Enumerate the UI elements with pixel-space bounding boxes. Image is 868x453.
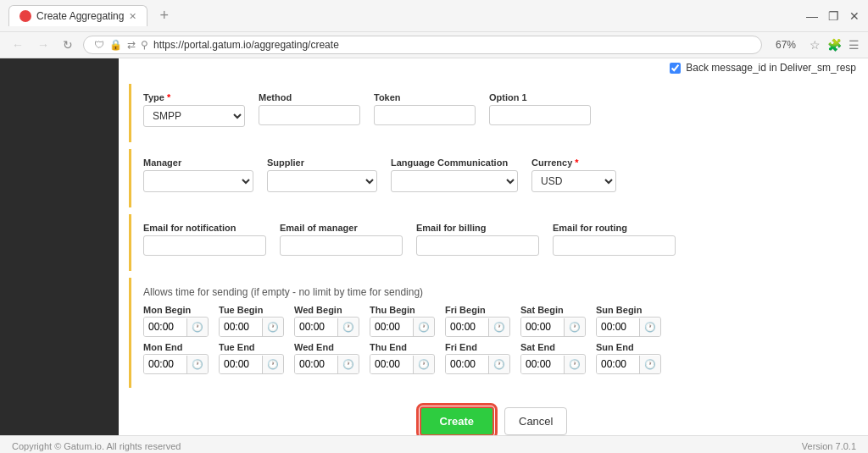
sun-end-input[interactable] [597,355,639,373]
type-select[interactable]: SMPP [143,105,245,127]
tue-begin-input-wrap: 🕐 [219,317,284,337]
thu-end-input-wrap: 🕐 [370,354,435,374]
mon-begin-clock-icon[interactable]: 🕐 [186,318,208,336]
tue-begin-group: Tue Begin 🕐 [219,305,284,337]
wed-begin-clock-icon[interactable]: 🕐 [337,318,359,336]
menu-icon[interactable]: ☰ [849,38,860,52]
sat-begin-input[interactable] [521,318,564,336]
sat-begin-clock-icon[interactable]: 🕐 [564,318,585,336]
tue-end-group: Tue End 🕐 [219,342,284,374]
route-icon: ⇄ [127,39,136,51]
tue-end-clock-icon[interactable]: 🕐 [262,356,283,373]
cancel-button[interactable]: Cancel [504,407,567,435]
supplier-label: Supplier [267,157,377,168]
fri-end-clock-icon[interactable]: 🕐 [488,356,509,373]
fri-begin-group: Fri Begin 🕐 [445,305,510,337]
zoom-level[interactable]: 67% [776,39,796,51]
thu-begin-clock-icon[interactable]: 🕐 [413,318,434,336]
thu-end-label: Thu End [370,342,435,352]
method-input[interactable] [259,105,360,125]
copyright-text: Copyright © Gatum.io. All rights reserve… [12,441,181,451]
sat-end-input-wrap: 🕐 [520,354,586,374]
mon-begin-label: Mon Begin [143,305,209,315]
tue-end-input-wrap: 🕐 [219,354,284,374]
fri-begin-input[interactable] [446,318,488,336]
thu-end-clock-icon[interactable]: 🕐 [413,356,434,373]
mon-end-clock-icon[interactable]: 🕐 [186,356,208,373]
email-notification-label: Email for notification [143,223,266,233]
extensions-icon[interactable]: 🧩 [827,38,842,52]
method-label: Method [259,92,360,102]
address-bar-icons: ☆ 🧩 ☰ [810,38,860,52]
sun-begin-input-wrap: 🕐 [596,317,661,337]
manager-group: Manager [143,157,253,192]
new-tab-button[interactable]: + [154,7,174,25]
wed-begin-input-wrap: 🕐 [294,317,359,337]
close-button[interactable]: ✕ [849,9,860,23]
currency-group: Currency * USD [531,157,616,192]
mon-begin-group: Mon Begin 🕐 [143,305,209,337]
minimize-button[interactable]: — [806,9,818,23]
sat-end-label: Sat End [520,342,586,352]
forward-button[interactable]: → [34,36,53,53]
token-label: Token [374,92,476,102]
sat-end-input[interactable] [521,355,564,373]
email-manager-input[interactable] [280,235,403,256]
back-button[interactable]: ← [8,36,27,53]
reload-button[interactable]: ↻ [59,36,76,53]
tue-end-input[interactable] [220,355,262,373]
manager-section: Manager Supplier Language Communication … [129,149,858,207]
thu-end-group: Thu End 🕐 [370,342,435,374]
back-message-row: Back message_id in Deliver_sm_resp [119,58,868,77]
window-controls: — ❐ ✕ [806,9,860,23]
create-button[interactable]: Create [420,406,494,435]
tab-label: Create Aggregating [36,10,124,22]
thu-end-input[interactable] [370,355,413,373]
language-select[interactable] [391,170,518,192]
email-notification-group: Email for notification [143,223,266,256]
mon-end-label: Mon End [143,342,209,352]
sun-end-clock-icon[interactable]: 🕐 [639,356,660,373]
address-bar: ← → ↻ 🛡 🔒 ⇄ ⚲ https://portal.gatum.io/ag… [0,31,868,58]
fri-begin-label: Fri Begin [445,305,510,315]
wed-begin-input[interactable] [295,318,337,336]
thu-begin-group: Thu Begin 🕐 [370,305,435,337]
sun-begin-clock-icon[interactable]: 🕐 [639,318,660,336]
thu-begin-input[interactable] [370,318,413,336]
method-group: Method [259,92,360,127]
email-routing-label: Email for routing [553,223,676,233]
active-tab[interactable]: Create Aggregating ✕ [8,5,147,26]
token-group: Token [374,92,476,127]
time-begin-row: Mon Begin 🕐 Tue Begin 🕐 Wed Begin [143,305,846,337]
tue-begin-clock-icon[interactable]: 🕐 [262,318,283,336]
wed-end-input[interactable] [295,355,337,373]
tue-begin-input[interactable] [220,318,262,336]
sun-begin-input[interactable] [597,318,639,336]
sidebar [0,58,119,435]
email-routing-input[interactable] [553,235,676,256]
manager-select[interactable] [143,170,253,192]
restore-button[interactable]: ❐ [828,9,839,23]
fri-end-input[interactable] [446,355,488,373]
footer: Copyright © Gatum.io. All rights reserve… [0,435,868,453]
url-box[interactable]: 🛡 🔒 ⇄ ⚲ https://portal.gatum.io/aggregat… [83,36,762,54]
tab-close-button[interactable]: ✕ [129,11,136,22]
token-input[interactable] [374,105,476,125]
email-notification-input[interactable] [143,235,266,256]
fri-begin-clock-icon[interactable]: 🕐 [488,318,509,336]
currency-select[interactable]: USD [531,170,616,192]
back-message-checkbox[interactable] [670,63,681,74]
wed-begin-label: Wed Begin [294,305,359,315]
bookmark-icon[interactable]: ☆ [810,38,821,52]
fri-begin-input-wrap: 🕐 [445,317,510,337]
sat-end-group: Sat End 🕐 [520,342,586,374]
time-section: Allows time for sending (if empty - no l… [129,278,858,388]
supplier-select[interactable] [267,170,377,192]
mon-begin-input[interactable] [144,318,186,336]
mon-end-input[interactable] [144,355,186,373]
option1-input[interactable] [489,105,591,125]
sat-end-clock-icon[interactable]: 🕐 [564,356,585,373]
wed-end-clock-icon[interactable]: 🕐 [337,356,359,373]
email-billing-input[interactable] [416,235,539,256]
sun-begin-group: Sun Begin 🕐 [596,305,661,337]
